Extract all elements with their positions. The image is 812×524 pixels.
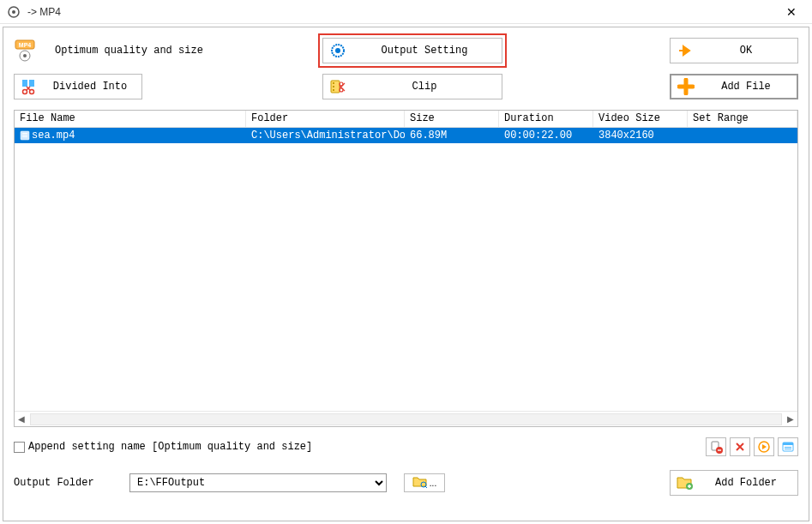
top-row: MP4 Optimum quality and size Output Sett… — [14, 34, 798, 67]
ok-label: OK — [695, 45, 797, 57]
remove-file-button[interactable] — [706, 437, 726, 456]
table-header: File Name Folder Size Duration Video Siz… — [15, 111, 797, 128]
svg-text:MP4: MP4 — [19, 42, 32, 48]
output-folder-label: Output Folder — [14, 477, 129, 489]
mp4-format-icon: MP4 — [14, 39, 38, 63]
add-folder-label: Add Folder — [695, 477, 797, 489]
plus-icon — [677, 77, 695, 96]
file-table: File Name Folder Size Duration Video Siz… — [14, 110, 798, 427]
svg-rect-27 — [783, 443, 793, 445]
append-setting-checkbox[interactable] — [14, 442, 25, 453]
svg-rect-12 — [331, 81, 340, 93]
divided-into-label: Divided Into — [39, 81, 141, 93]
ok-button[interactable]: OK — [670, 38, 798, 63]
quality-block: MP4 Optimum quality and size — [14, 39, 305, 63]
second-row: Divided Into Clip Add File — [14, 72, 798, 101]
titlebar: -> MP4 ✕ — [0, 0, 812, 24]
header-setrange[interactable]: Set Range — [688, 111, 797, 127]
clip-label: Clip — [347, 81, 502, 93]
close-button[interactable]: ✕ — [778, 2, 805, 22]
play-button[interactable] — [754, 437, 774, 456]
browse-folder-button[interactable]: ... — [404, 473, 445, 492]
app-icon — [7, 5, 21, 19]
add-file-button[interactable]: Add File — [670, 74, 798, 99]
clear-list-button[interactable] — [730, 437, 750, 456]
header-filename[interactable]: File Name — [15, 111, 246, 127]
cell-folder: C:\Users\Administrator\Downloads — [246, 129, 405, 142]
svg-rect-9 — [29, 80, 34, 87]
scroll-right-icon[interactable]: ▶ — [784, 413, 797, 426]
svg-rect-15 — [333, 89, 334, 91]
svg-rect-8 — [22, 80, 27, 87]
add-folder-button[interactable]: Add Folder — [670, 470, 798, 496]
scissors-icon — [20, 77, 39, 96]
header-videosize[interactable]: Video Size — [593, 111, 688, 127]
cell-videosize: 3840x2160 — [593, 129, 688, 142]
svg-point-1 — [12, 10, 15, 14]
svg-rect-19 — [22, 133, 27, 134]
svg-rect-14 — [333, 86, 334, 87]
browse-dots: ... — [430, 479, 436, 488]
scroll-track[interactable] — [30, 413, 782, 425]
gear-icon — [328, 41, 347, 60]
action-icon-buttons — [706, 437, 798, 456]
header-duration[interactable]: Duration — [499, 111, 593, 127]
scroll-left-icon[interactable]: ◀ — [15, 413, 28, 426]
output-setting-button[interactable]: Output Setting — [322, 38, 502, 63]
divided-into-button[interactable]: Divided Into — [14, 74, 142, 99]
add-file-label: Add File — [695, 81, 797, 93]
svg-rect-21 — [22, 136, 27, 137]
svg-rect-28 — [785, 447, 791, 448]
svg-point-10 — [23, 90, 27, 94]
append-setting-label: Append setting name [Optimum quality and… — [28, 441, 312, 453]
bottom-row: Output Folder E:\FFOutput ... Add Folder — [14, 470, 798, 496]
header-size[interactable]: Size — [405, 111, 499, 127]
table-body: sea.mp4 C:\Users\Administrator\Downloads… — [15, 128, 797, 411]
svg-point-11 — [30, 90, 34, 94]
cell-duration: 00:00:22.00 — [499, 129, 593, 142]
output-setting-label: Output Setting — [347, 45, 502, 57]
horizontal-scrollbar[interactable]: ◀ ▶ — [15, 411, 797, 426]
folder-plus-icon — [676, 473, 695, 492]
clip-button[interactable]: Clip — [322, 74, 502, 99]
cell-size: 66.89M — [405, 129, 499, 142]
window-title: -> MP4 — [27, 6, 778, 18]
folder-icon — [412, 475, 428, 491]
info-button[interactable] — [778, 437, 798, 456]
below-table-row: Append setting name [Optimum quality and… — [14, 436, 798, 458]
table-row[interactable]: sea.mp4 C:\Users\Administrator\Downloads… — [15, 128, 797, 143]
cell-filename: sea.mp4 — [15, 129, 246, 142]
quality-text: Optimum quality and size — [55, 45, 203, 57]
film-cut-icon — [328, 77, 347, 96]
svg-rect-20 — [22, 135, 27, 136]
output-folder-select[interactable]: E:\FFOutput — [129, 473, 387, 492]
append-setting-checkbox-row: Append setting name [Optimum quality and… — [14, 441, 312, 453]
svg-rect-29 — [785, 449, 791, 449]
arrow-right-icon — [676, 41, 695, 60]
svg-point-7 — [335, 48, 340, 53]
svg-rect-24 — [718, 449, 721, 450]
svg-point-5 — [23, 54, 27, 57]
file-icon — [20, 130, 30, 141]
svg-rect-13 — [333, 82, 334, 84]
main-frame: MP4 Optimum quality and size Output Sett… — [3, 27, 809, 521]
header-folder[interactable]: Folder — [246, 111, 405, 127]
